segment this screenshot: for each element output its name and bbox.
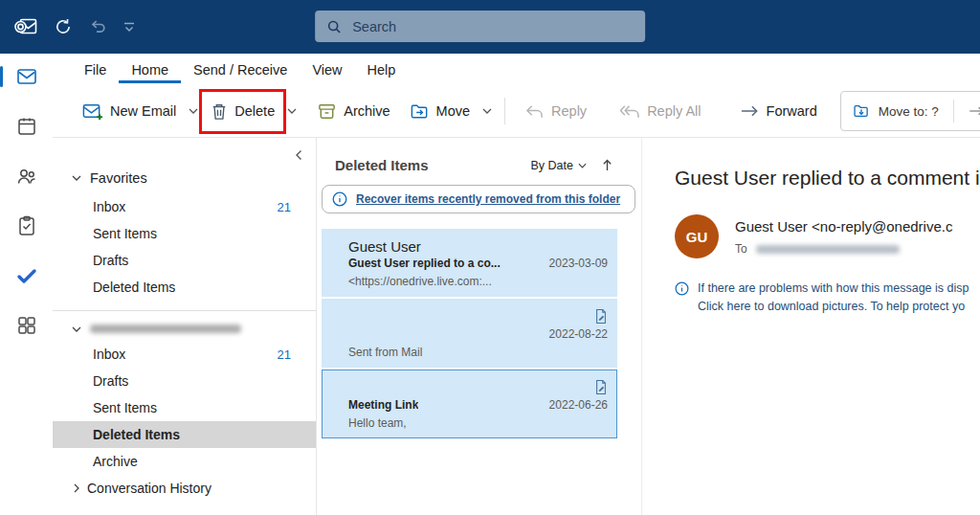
search-icon xyxy=(326,19,342,34)
mail-item-meeting-link[interactable]: Meeting Link 2022-06-26 Hello team, xyxy=(322,369,617,438)
send-receive-icon[interactable] xyxy=(54,17,73,36)
folder-pane-divider xyxy=(53,310,316,311)
folder-name: Inbox xyxy=(93,199,125,214)
delete-icon xyxy=(211,101,228,122)
folder-name: Drafts xyxy=(93,253,128,268)
message-list-title: Deleted Items xyxy=(335,157,429,173)
message-list: Guest User Guest User replied to a co...… xyxy=(317,229,641,440)
folder-item-deleted-items[interactable]: Deleted Items xyxy=(53,421,316,448)
move-button[interactable]: Move xyxy=(400,93,479,130)
people-icon[interactable] xyxy=(15,165,38,188)
delete-button[interactable]: Delete xyxy=(201,93,284,130)
reply-label: Reply xyxy=(551,103,587,119)
new-email-button[interactable]: New Email xyxy=(72,92,186,131)
reply-button[interactable]: Reply xyxy=(515,95,596,128)
account-section-header[interactable] xyxy=(53,321,316,341)
reply-all-button[interactable]: Reply All xyxy=(610,95,710,128)
folder-name: Sent Items xyxy=(93,400,157,415)
mail-icon[interactable] xyxy=(15,65,38,88)
folder-item-favorites-sent-items[interactable]: Sent Items xyxy=(53,220,316,247)
folder-name: Inbox xyxy=(93,347,125,362)
sort-by-dropdown[interactable]: By Date xyxy=(531,159,587,172)
message-subject: Guest User replied to a comment i xyxy=(675,167,980,190)
blurred-account-email xyxy=(90,325,241,333)
favorites-label: Favorites xyxy=(90,170,147,186)
folder-name: Sent Items xyxy=(93,226,157,241)
message-list-pane: Deleted Items By Date xyxy=(317,138,642,515)
sort-by-label: By Date xyxy=(531,159,573,172)
undo-icon[interactable] xyxy=(88,17,107,36)
infobar-line-2[interactable]: Click here to download pictures. To help… xyxy=(698,298,969,316)
mail-subject: Meeting Link xyxy=(348,398,418,412)
move-label: Move xyxy=(436,103,470,119)
to-label: To xyxy=(735,242,747,256)
unread-count: 21 xyxy=(278,347,291,362)
todo-icon[interactable] xyxy=(15,264,38,287)
quick-steps-gallery: Move to: ? To xyxy=(840,91,980,131)
customize-toolbar-icon[interactable] xyxy=(122,21,136,34)
tab-help[interactable]: Help xyxy=(355,56,409,83)
apps-grid-icon[interactable] xyxy=(15,314,38,337)
mail-item-guest-user[interactable]: Guest User Guest User replied to a co...… xyxy=(322,229,617,297)
mail-date: 2023-03-09 xyxy=(542,257,608,270)
new-email-dropdown-chevron[interactable] xyxy=(186,104,201,118)
new-email-label: New Email xyxy=(110,103,176,119)
chevron-down-icon xyxy=(72,326,81,332)
archive-button[interactable]: Archive xyxy=(307,93,399,130)
mail-preview: Hello team, xyxy=(348,416,608,430)
favorites-section-header[interactable]: Favorites xyxy=(53,167,316,193)
mail-subject: Guest User replied to a co... xyxy=(348,257,501,270)
delete-dropdown-chevron[interactable] xyxy=(284,104,300,118)
reply-icon xyxy=(524,103,545,120)
message-infobar: If there are problems with how this mess… xyxy=(675,280,980,317)
archive-icon xyxy=(317,101,337,122)
forward-icon xyxy=(740,104,760,118)
sender-avatar[interactable]: GU xyxy=(675,214,719,258)
tab-view[interactable]: View xyxy=(300,56,354,83)
recover-items-link[interactable]: Recover items recently removed from this… xyxy=(356,192,620,206)
collapse-folder-pane-icon[interactable] xyxy=(295,149,302,161)
forward-label: Forward xyxy=(767,103,817,119)
ribbon-toolbar: New Email Delete xyxy=(53,85,980,138)
chevron-right-icon xyxy=(74,483,79,493)
move-dropdown-chevron[interactable] xyxy=(479,104,495,118)
folder-item-favorites-deleted-items[interactable]: Deleted Items xyxy=(53,274,316,301)
infobar-line-1: If there are problems with how this mess… xyxy=(698,280,969,298)
reading-pane: Guest User replied to a comment i GU Gue… xyxy=(642,138,980,515)
search-input[interactable] xyxy=(350,18,634,35)
ribbon-tabs: File Home Send / Receive View Help xyxy=(53,54,980,85)
calendar-icon[interactable] xyxy=(15,115,38,138)
reply-all-label: Reply All xyxy=(647,103,701,119)
folder-name: Conversation History xyxy=(87,481,212,496)
folder-item-drafts[interactable]: Drafts xyxy=(53,368,316,394)
info-icon xyxy=(332,191,347,207)
delete-button-group: Delete xyxy=(201,93,284,130)
info-icon xyxy=(675,281,689,296)
mail-item-sent-from-mail[interactable]: 2022-08-22 Sent from Mail xyxy=(322,299,617,368)
mail-preview: <https://onedrive.live.com:... xyxy=(348,275,608,288)
folder-item-inbox[interactable]: Inbox 21 xyxy=(53,341,316,368)
chevron-down-icon xyxy=(72,175,81,181)
reply-all-icon xyxy=(619,103,640,120)
document-edit-icon xyxy=(594,308,608,325)
tab-send-receive[interactable]: Send / Receive xyxy=(181,56,300,83)
search-box[interactable] xyxy=(315,11,645,42)
recover-items-banner[interactable]: Recover items recently removed from this… xyxy=(322,185,635,213)
sort-ascending-icon[interactable] xyxy=(602,159,612,171)
folder-name: Deleted Items xyxy=(93,427,180,442)
tab-file[interactable]: File xyxy=(72,56,119,83)
tasks-icon[interactable] xyxy=(15,214,38,237)
tab-home[interactable]: Home xyxy=(119,56,181,83)
forward-button[interactable]: Forward xyxy=(730,95,827,127)
quick-step-move-to[interactable]: Move to: ? xyxy=(879,104,939,119)
unread-count: 21 xyxy=(278,200,291,214)
folder-item-conversation-history[interactable]: Conversation History xyxy=(53,475,316,502)
folder-item-favorites-drafts[interactable]: Drafts xyxy=(53,247,316,274)
outlook-window: File Home Send / Receive View Help xyxy=(0,0,980,515)
move-to-icon xyxy=(853,102,870,120)
folder-item-favorites-inbox[interactable]: Inbox 21 xyxy=(53,193,316,220)
message-sender: Guest User <no-reply@onedrive.c xyxy=(735,218,952,235)
folder-item-archive[interactable]: Archive xyxy=(53,448,316,475)
outlook-app-icon[interactable] xyxy=(13,14,38,39)
folder-item-sent-items[interactable]: Sent Items xyxy=(53,394,316,421)
